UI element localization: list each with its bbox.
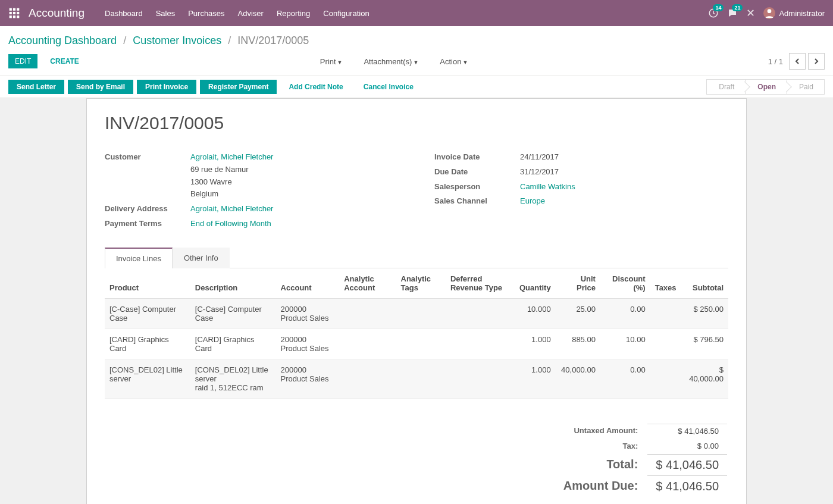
label-untaxed: Untaxed Amount: — [555, 424, 647, 438]
control-panel: Accounting Dashboard / Customer Invoices… — [0, 26, 833, 76]
value-untaxed: $ 41,046.50 — [647, 424, 727, 438]
due-date: 31/12/2017 — [520, 166, 559, 179]
user-menu[interactable]: Administrator — [763, 7, 825, 19]
customer-address-2: 1300 Wavre — [190, 177, 232, 186]
salesperson-link[interactable]: Camille Watkins — [520, 181, 575, 193]
cancel-invoice-button[interactable]: Cancel Invoice — [355, 80, 422, 94]
page-title: INV/2017/0005 — [105, 113, 728, 133]
edit-button[interactable]: Edit — [8, 54, 37, 68]
col-quantity[interactable]: Quantity — [515, 268, 556, 299]
messages-icon[interactable]: 21 — [727, 8, 738, 18]
svg-rect-5 — [17, 12, 19, 14]
user-name: Administrator — [779, 9, 825, 18]
customer-link[interactable]: Agrolait, Michel Fletcher — [190, 152, 273, 161]
delivery-address-link[interactable]: Agrolait, Michel Fletcher — [190, 203, 273, 215]
label-due-date: Due Date — [434, 166, 520, 179]
add-credit-note-button[interactable]: Add Credit Note — [280, 80, 351, 94]
svg-rect-2 — [17, 8, 19, 11]
col-discount[interactable]: Discount (%) — [600, 268, 650, 299]
main-menu: Dashboard Sales Purchases Adviser Report… — [105, 9, 369, 18]
status-paid[interactable]: Paid — [787, 79, 825, 95]
chevron-down-icon: ▼ — [337, 60, 343, 65]
invoice-lines-table: Product Description Account Analytic Acc… — [105, 268, 728, 399]
activity-icon[interactable]: 14 — [708, 8, 719, 18]
action-dropdown[interactable]: Action▼ — [431, 54, 476, 69]
col-description[interactable]: Description — [190, 268, 276, 299]
value-total: $ 41,046.50 — [647, 454, 727, 474]
svg-rect-6 — [10, 15, 12, 18]
col-unit-price[interactable]: Unit Price — [556, 268, 600, 299]
pager-prev-button[interactable] — [789, 53, 806, 70]
top-navbar: Accounting Dashboard Sales Purchases Adv… — [0, 0, 833, 26]
print-invoice-button[interactable]: Print Invoice — [137, 80, 196, 94]
menu-dashboard[interactable]: Dashboard — [105, 9, 143, 18]
customer-address-3: Belgium — [190, 189, 218, 198]
sales-channel-link[interactable]: Europe — [520, 195, 545, 208]
menu-adviser[interactable]: Adviser — [238, 9, 264, 18]
breadcrumb-item-1[interactable]: Customer Invoices — [133, 35, 221, 46]
value-tax: $ 0.00 — [647, 439, 727, 453]
customer-address-1: 69 rue de Namur — [190, 165, 249, 174]
table-row[interactable]: [C-Case] Computer Case[C-Case] Computer … — [105, 298, 728, 328]
form-view: INV/2017/0005 Customer Agrolait, Michel … — [0, 98, 833, 504]
send-by-email-button[interactable]: Send by Email — [68, 80, 133, 94]
avatar — [763, 7, 775, 19]
chevron-down-icon: ▼ — [462, 60, 468, 65]
print-dropdown[interactable]: Print▼ — [312, 54, 351, 69]
pager-text[interactable]: 1 / 1 — [768, 57, 783, 66]
label-invoice-date: Invoice Date — [434, 151, 520, 164]
col-taxes[interactable]: Taxes — [650, 268, 681, 299]
form-sheet: INV/2017/0005 Customer Agrolait, Michel … — [86, 98, 747, 504]
tab-invoice-lines[interactable]: Invoice Lines — [105, 248, 173, 268]
col-product[interactable]: Product — [105, 268, 190, 299]
pager-next-button[interactable] — [808, 53, 825, 70]
table-row[interactable]: [CONS_DEL02] Little server[CONS_DEL02] L… — [105, 359, 728, 398]
apps-icon[interactable] — [8, 7, 20, 19]
col-account[interactable]: Account — [276, 268, 340, 299]
attachments-dropdown[interactable]: Attachment(s)▼ — [355, 54, 427, 69]
col-deferred[interactable]: Deferred Revenue Type — [446, 268, 515, 299]
close-icon[interactable]: ✕ — [746, 7, 755, 20]
col-subtotal[interactable]: Subtotal — [681, 268, 728, 299]
invoice-date: 24/11/2017 — [520, 151, 559, 164]
label-amount-due: Amount Due: — [555, 475, 647, 496]
menu-sales[interactable]: Sales — [156, 9, 176, 18]
value-amount-due: $ 41,046.50 — [647, 475, 727, 496]
tab-other-info[interactable]: Other Info — [173, 248, 230, 268]
svg-rect-3 — [10, 12, 12, 14]
breadcrumb-item-0[interactable]: Accounting Dashboard — [8, 35, 117, 46]
svg-rect-0 — [10, 8, 12, 11]
svg-rect-4 — [13, 12, 15, 14]
tabs: Invoice Lines Other Info — [105, 247, 728, 268]
menu-purchases[interactable]: Purchases — [188, 9, 224, 18]
col-analytic-tags[interactable]: Analytic Tags — [396, 268, 446, 299]
status-bar: Send Letter Send by Email Print Invoice … — [0, 76, 833, 98]
label-customer: Customer — [105, 151, 190, 201]
chevron-down-icon: ▼ — [413, 60, 418, 65]
col-analytic-account[interactable]: Analytic Account — [339, 268, 396, 299]
app-brand[interactable]: Accounting — [29, 7, 84, 20]
svg-point-10 — [768, 9, 772, 13]
breadcrumb-current: INV/2017/0005 — [237, 35, 309, 46]
register-payment-button[interactable]: Register Payment — [200, 80, 277, 94]
svg-rect-7 — [13, 15, 15, 18]
activity-badge: 14 — [713, 4, 724, 11]
label-delivery-address: Delivery Address — [105, 203, 190, 215]
totals-block: Untaxed Amount: $ 41,046.50 Tax: $ 0.00 … — [105, 422, 728, 497]
create-button[interactable]: Create — [43, 54, 85, 68]
label-total: Total: — [555, 454, 647, 474]
menu-reporting[interactable]: Reporting — [277, 9, 310, 18]
label-salesperson: Salesperson — [434, 181, 520, 193]
breadcrumb: Accounting Dashboard / Customer Invoices… — [8, 26, 825, 53]
svg-rect-1 — [13, 8, 15, 11]
send-letter-button[interactable]: Send Letter — [8, 80, 64, 94]
label-payment-terms: Payment Terms — [105, 218, 190, 230]
status-open[interactable]: Open — [745, 79, 787, 95]
label-sales-channel: Sales Channel — [434, 195, 520, 208]
status-draft[interactable]: Draft — [706, 79, 746, 95]
menu-configuration[interactable]: Configuration — [323, 9, 369, 18]
table-row[interactable]: [CARD] Graphics Card[CARD] Graphics Card… — [105, 328, 728, 359]
svg-rect-8 — [17, 15, 19, 18]
messages-badge: 21 — [732, 4, 743, 11]
payment-terms-link[interactable]: End of Following Month — [190, 218, 271, 230]
